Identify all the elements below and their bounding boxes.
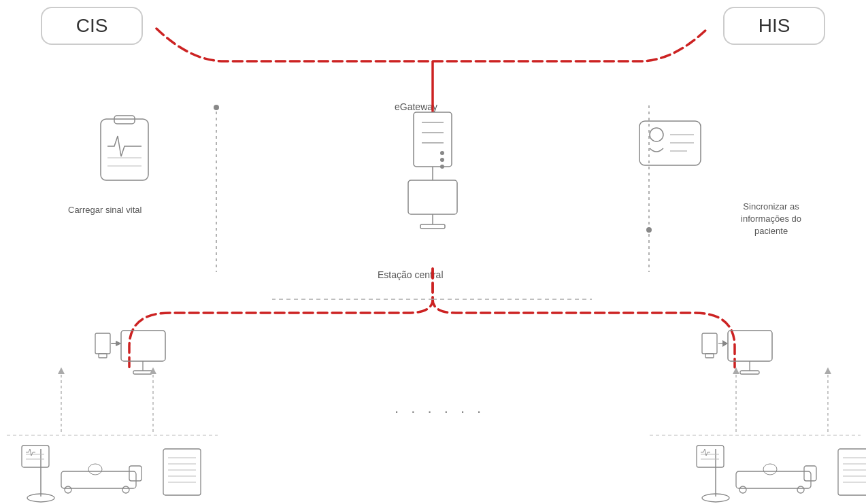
svg-point-71	[739, 486, 746, 493]
svg-point-73	[763, 464, 777, 475]
svg-marker-32	[58, 367, 65, 374]
svg-rect-25	[95, 333, 110, 354]
svg-rect-15	[420, 224, 445, 229]
main-diagram-svg	[0, 0, 866, 504]
svg-rect-19	[114, 116, 135, 124]
svg-rect-30	[133, 371, 152, 374]
svg-rect-42	[129, 466, 141, 481]
svg-point-4	[646, 227, 652, 233]
svg-point-11	[440, 165, 444, 169]
svg-point-10	[440, 158, 444, 162]
svg-point-21	[650, 128, 663, 141]
svg-rect-70	[804, 466, 816, 481]
svg-point-72	[797, 486, 804, 493]
svg-marker-55	[722, 340, 728, 347]
svg-rect-13	[408, 180, 457, 214]
svg-point-43	[65, 486, 71, 493]
svg-rect-5	[414, 112, 452, 167]
svg-rect-28	[121, 331, 165, 361]
diagram-container: CIS HIS eGateway Estação central Carrega…	[0, 0, 866, 504]
svg-point-2	[214, 105, 219, 110]
svg-rect-26	[99, 354, 107, 358]
svg-point-9	[440, 151, 444, 155]
svg-point-45	[88, 464, 102, 475]
svg-rect-58	[740, 371, 759, 374]
svg-marker-62	[825, 367, 831, 374]
svg-point-44	[122, 486, 129, 493]
svg-rect-46	[163, 449, 201, 495]
svg-rect-74	[838, 449, 866, 495]
svg-rect-16	[101, 119, 148, 180]
svg-rect-66	[697, 446, 724, 467]
svg-rect-52	[702, 333, 717, 354]
svg-rect-53	[705, 354, 714, 358]
svg-marker-60	[733, 367, 739, 374]
svg-rect-38	[22, 446, 49, 467]
